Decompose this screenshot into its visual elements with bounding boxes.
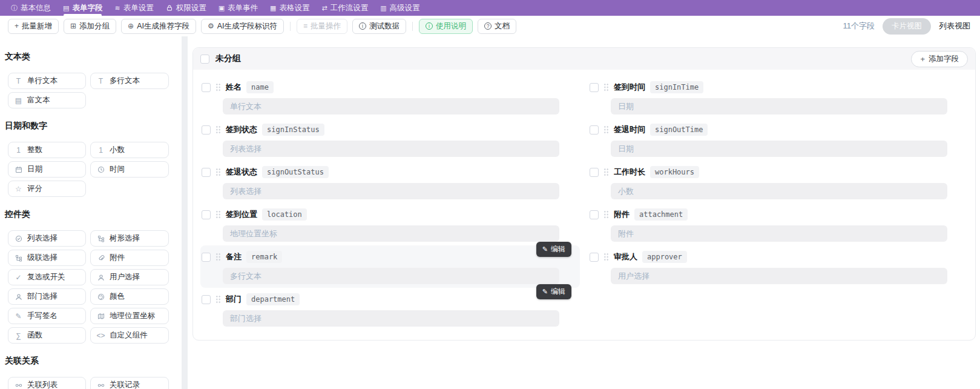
- topnav-item-4[interactable]: ▣表单事件: [212, 0, 264, 16]
- field-checkbox[interactable]: [202, 83, 211, 92]
- field-row-attachment[interactable]: 附件attachment附件: [588, 203, 968, 245]
- field-row-approver[interactable]: 审批人approver用户选择: [588, 245, 968, 288]
- field-preview-input[interactable]: 部门选择: [223, 310, 559, 327]
- field-row-signInStatus[interactable]: 签到状态signInStatus列表选择: [200, 118, 580, 161]
- add-field-button[interactable]: +添加字段: [911, 51, 968, 67]
- field-type-label: 附件: [110, 253, 125, 263]
- field-type-评分[interactable]: ☆评分: [8, 181, 86, 197]
- field-preview-input[interactable]: 列表选择: [223, 141, 559, 157]
- field-type-自定义组件[interactable]: <>自定义组件: [90, 327, 169, 344]
- field-placeholder: 列表选择: [230, 186, 261, 197]
- field-row-location[interactable]: 签到位置location地理位置坐标: [200, 203, 580, 245]
- field-preview-input[interactable]: 地理位置坐标: [223, 225, 559, 242]
- field-checkbox[interactable]: [202, 125, 211, 135]
- field-row-signInTime[interactable]: 签到时间signInTime日期: [588, 76, 968, 118]
- field-type-附件[interactable]: 附件: [90, 250, 169, 266]
- field-checkbox[interactable]: [590, 125, 599, 135]
- topnav-item-1[interactable]: ▤表单字段: [57, 0, 108, 16]
- field-type-小数[interactable]: 1小数: [90, 142, 169, 158]
- field-checkbox[interactable]: [590, 83, 599, 92]
- field-preview-input[interactable]: 附件: [611, 225, 947, 242]
- field-checkbox[interactable]: [590, 253, 599, 262]
- sidebar-item-grid: 列表选择树形选择级联选择附件✓复选或开关用户选择部门选择颜色✎手写签名地理位置坐…: [8, 230, 182, 344]
- drag-handle-icon[interactable]: [215, 83, 221, 91]
- drag-handle-icon[interactable]: [603, 168, 609, 176]
- edit-field-button[interactable]: ✎编辑: [536, 242, 571, 257]
- field-row-workHours[interactable]: 工作时长workHours小数: [588, 161, 968, 203]
- field-checkbox[interactable]: [590, 168, 599, 177]
- drag-handle-icon[interactable]: [603, 210, 609, 219]
- toolbar-divider: [290, 22, 291, 31]
- field-type-单行文本[interactable]: T单行文本: [8, 73, 86, 89]
- drag-handle-icon[interactable]: [215, 295, 221, 304]
- field-checkbox[interactable]: [202, 168, 211, 177]
- toolbar-button-7[interactable]: ?文档: [478, 19, 516, 34]
- toolbar-button-3[interactable]: ⚙AI生成字段标识符: [201, 19, 284, 34]
- field-type-富文本[interactable]: ▤富文本: [8, 92, 86, 108]
- field-row-name[interactable]: 姓名name单行文本: [200, 76, 580, 118]
- field-type-用户选择[interactable]: 用户选择: [90, 269, 169, 285]
- field-checkbox[interactable]: [202, 210, 211, 219]
- field-preview-input[interactable]: 日期: [611, 141, 947, 157]
- field-type-复选或开关[interactable]: ✓复选或开关: [8, 269, 86, 285]
- group-checkbox[interactable]: [200, 55, 209, 64]
- field-type-级联选择[interactable]: 级联选择: [8, 250, 86, 266]
- topnav-item-0[interactable]: ⓘ基本信息: [5, 0, 57, 16]
- toolbar-button-0[interactable]: +批量新增: [8, 19, 59, 34]
- field-type-列表选择[interactable]: 列表选择: [8, 230, 86, 247]
- edit-field-button[interactable]: ✎编辑: [536, 284, 571, 299]
- card-view-toggle[interactable]: 卡片视图: [883, 18, 931, 35]
- field-type-树形选择[interactable]: 树形选择: [90, 230, 169, 247]
- lock-icon: [166, 4, 173, 12]
- field-type-时间[interactable]: 时间: [90, 161, 169, 178]
- topnav-item-3[interactable]: 权限设置: [160, 0, 212, 16]
- field-checkbox[interactable]: [590, 210, 599, 219]
- toolbar-button-6[interactable]: i使用说明: [419, 19, 473, 34]
- topnav-item-6[interactable]: ⇄工作流设置: [315, 0, 374, 16]
- drag-handle-icon[interactable]: [603, 253, 609, 261]
- field-placeholder: 部门选择: [230, 313, 261, 324]
- sidebar-scrollbar[interactable]: [182, 36, 188, 389]
- field-type-部门选择[interactable]: 部门选择: [8, 288, 86, 305]
- toolbar-button-1[interactable]: ⊞添加分组: [64, 19, 116, 34]
- topnav-item-2[interactable]: ≋表单设置: [108, 0, 159, 16]
- toolbar-button-label: 添加分组: [79, 21, 110, 32]
- field-type-地理位置坐标[interactable]: 地理位置坐标: [90, 308, 169, 324]
- field-type-整数[interactable]: 1整数: [8, 142, 86, 158]
- field-preview-input[interactable]: 列表选择: [223, 183, 559, 199]
- field-preview-input[interactable]: 用户选择: [611, 268, 947, 284]
- field-row-department[interactable]: ✎编辑部门department部门选择: [200, 288, 580, 330]
- field-type-关联记录[interactable]: 关联记录: [90, 377, 169, 389]
- drag-handle-icon[interactable]: [215, 125, 221, 134]
- drag-handle-icon[interactable]: [215, 168, 221, 176]
- field-row-signOutTime[interactable]: 签退时间signOutTime日期: [588, 118, 968, 161]
- field-preview-input[interactable]: 日期: [611, 98, 947, 115]
- clock-icon: [97, 166, 105, 173]
- drag-handle-icon[interactable]: [603, 83, 609, 91]
- field-type-label: 函数: [27, 330, 42, 341]
- field-type-手写签名[interactable]: ✎手写签名: [8, 308, 86, 324]
- toolbar-button-4[interactable]: ≡批量操作: [297, 19, 347, 34]
- field-preview-input[interactable]: 小数: [611, 183, 947, 199]
- field-row-signOutStatus[interactable]: 签退状态signOutStatus列表选择: [200, 161, 580, 203]
- field-type-多行文本[interactable]: T多行文本: [90, 73, 169, 89]
- field-checkbox[interactable]: [202, 295, 211, 304]
- topnav-item-7[interactable]: ▥高级设置: [374, 0, 426, 16]
- list-view-toggle[interactable]: 列表视图: [939, 21, 970, 32]
- field-type-日期[interactable]: 日期: [8, 161, 86, 178]
- field-preview-input[interactable]: 单行文本: [223, 98, 559, 115]
- field-row-remark[interactable]: ✎编辑备注remark多行文本: [200, 245, 580, 288]
- drag-handle-icon[interactable]: [603, 125, 609, 134]
- field-type-颜色[interactable]: 颜色: [90, 288, 169, 305]
- field-code-badge: signInTime: [650, 81, 703, 93]
- toolbar-button-2[interactable]: ⊕AI生成推荐字段: [121, 19, 196, 34]
- topnav-item-5[interactable]: ▦表格设置: [264, 0, 315, 16]
- field-preview-input[interactable]: 多行文本: [223, 268, 559, 284]
- field-type-关联列表[interactable]: 关联列表: [8, 377, 86, 389]
- field-checkbox[interactable]: [202, 253, 211, 262]
- field-type-label: 时间: [110, 164, 125, 175]
- drag-handle-icon[interactable]: [215, 253, 221, 261]
- toolbar-button-5[interactable]: i测试数据: [352, 19, 406, 34]
- drag-handle-icon[interactable]: [215, 210, 221, 219]
- field-type-函数[interactable]: ∑函数: [8, 327, 86, 344]
